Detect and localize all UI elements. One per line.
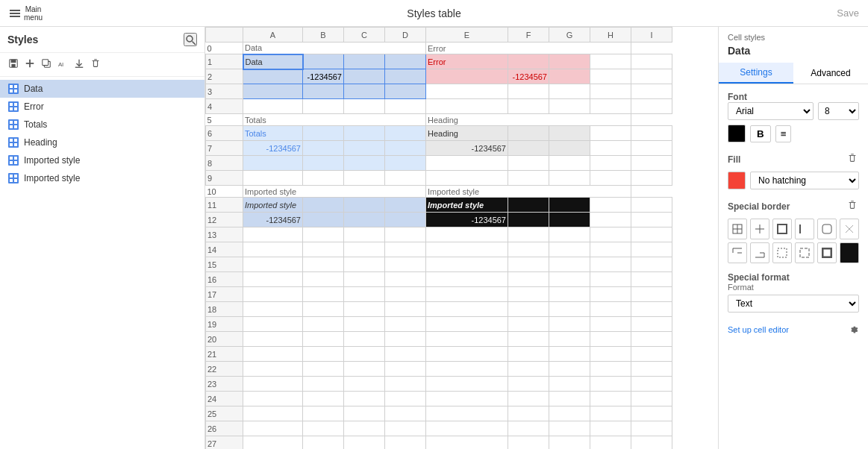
cell-8d[interactable] (385, 156, 426, 171)
copy-style-button[interactable] (39, 56, 54, 73)
cell-3c[interactable] (344, 84, 385, 99)
border-dotted-button[interactable] (772, 242, 792, 263)
cell-3d[interactable] (385, 84, 426, 99)
cell-8b[interactable] (303, 156, 344, 171)
cell-2c[interactable] (344, 69, 385, 84)
format-select[interactable]: Text (728, 295, 859, 313)
cell-7d[interactable] (385, 141, 426, 156)
border-none-button[interactable] (840, 219, 859, 239)
border-thick-button[interactable] (817, 242, 837, 263)
cell-11a[interactable]: Imported style (243, 198, 303, 213)
cell-9c[interactable] (344, 171, 385, 186)
cell-12a[interactable]: -1234567 (243, 213, 303, 227)
cell-7e[interactable]: -1234567 (426, 141, 508, 156)
cell-1i[interactable] (631, 54, 672, 69)
cell-12i[interactable] (631, 213, 672, 227)
align-button[interactable]: ≡ (775, 125, 792, 142)
border-topleft-button[interactable] (728, 242, 747, 263)
cell-12b[interactable] (303, 213, 344, 227)
cell-2g[interactable] (549, 69, 590, 84)
cell-3i[interactable] (631, 84, 672, 99)
cell-11b[interactable] (303, 198, 344, 213)
cell-7h[interactable] (590, 141, 631, 156)
cell-6e[interactable]: Heading (426, 126, 508, 141)
search-button[interactable] (184, 33, 197, 46)
cell-11i[interactable] (631, 198, 672, 213)
download-button[interactable] (72, 56, 87, 73)
cell-8c[interactable] (344, 156, 385, 171)
cell-1b[interactable] (303, 54, 344, 69)
cell-3a[interactable] (243, 84, 303, 99)
cell-1f[interactable] (508, 54, 549, 69)
cell-11d[interactable] (385, 198, 426, 213)
cell-2h[interactable] (590, 69, 631, 84)
fill-delete-button[interactable] (846, 151, 859, 167)
cell-6b[interactable] (303, 126, 344, 141)
cell-9a[interactable] (243, 171, 303, 186)
cell-8a[interactable] (243, 156, 303, 171)
cell-7i[interactable] (631, 141, 672, 156)
border-left-button[interactable] (795, 219, 814, 239)
cell-4e[interactable] (426, 99, 508, 114)
cell-8f[interactable] (508, 156, 549, 171)
border-inner-button[interactable] (750, 219, 769, 239)
cell-12g[interactable] (549, 213, 590, 227)
cell-11c[interactable] (344, 198, 385, 213)
border-all-button[interactable] (728, 219, 747, 239)
cell-4d[interactable] (385, 99, 426, 114)
save-style-button[interactable] (6, 56, 21, 73)
cell-4b[interactable] (303, 99, 344, 114)
cell-8g[interactable] (549, 156, 590, 171)
cell-9i[interactable] (631, 171, 672, 186)
cell-7b[interactable] (303, 141, 344, 156)
cell-12c[interactable] (344, 213, 385, 227)
cell-2i[interactable] (631, 69, 672, 84)
save-button[interactable]: Save (837, 7, 859, 19)
cell-7g[interactable] (549, 141, 590, 156)
cell-6a[interactable]: Totals (243, 126, 303, 141)
cell-11f[interactable] (508, 198, 549, 213)
cell-6c[interactable] (344, 126, 385, 141)
grid-scroll[interactable]: A B C D E F G H I (205, 27, 718, 449)
border-bottomright-button[interactable] (750, 242, 769, 263)
font-size-select[interactable]: 8 (818, 102, 859, 120)
cell-9h[interactable] (590, 171, 631, 186)
cell-4i[interactable] (631, 99, 672, 114)
cell-7c[interactable] (344, 141, 385, 156)
cell-11h[interactable] (590, 198, 631, 213)
bold-button[interactable]: B (750, 125, 771, 142)
border-filled-button[interactable] (840, 242, 859, 263)
cell-12d[interactable] (385, 213, 426, 227)
tab-advanced[interactable]: Advanced (793, 63, 868, 84)
cell-9f[interactable] (508, 171, 549, 186)
cell-6h[interactable] (590, 126, 631, 141)
add-style-button[interactable] (22, 56, 37, 73)
cell-6g[interactable] (549, 126, 590, 141)
cell-12h[interactable] (590, 213, 631, 227)
cell-9e[interactable] (426, 171, 508, 186)
cell-1g[interactable] (549, 54, 590, 69)
sidebar-item-heading[interactable]: Heading (0, 134, 204, 151)
cell-4h[interactable] (590, 99, 631, 114)
cell-12e[interactable]: -1234567 (426, 213, 508, 227)
cell-9g[interactable] (549, 171, 590, 186)
border-dashed-button[interactable] (795, 242, 814, 263)
cell-2d[interactable] (385, 69, 426, 84)
cell-6i[interactable] (631, 126, 672, 141)
fill-color-button[interactable] (728, 172, 746, 189)
cell-3e[interactable] (426, 84, 508, 99)
cell-12f[interactable] (508, 213, 549, 227)
hatching-select[interactable]: No hatching (750, 172, 859, 189)
cell-9d[interactable] (385, 171, 426, 186)
cell-4f[interactable] (508, 99, 549, 114)
border-round-button[interactable] (817, 219, 837, 239)
cell-2f[interactable]: -1234567 (508, 69, 549, 84)
cell-1h[interactable] (590, 54, 631, 69)
cell-3f[interactable] (508, 84, 549, 99)
border-outer-button[interactable] (772, 219, 792, 239)
font-color-swatch[interactable] (728, 125, 746, 142)
setup-cell-editor-row[interactable]: Set up cell editor (728, 321, 859, 338)
cell-8e[interactable] (426, 156, 508, 171)
cell-1a[interactable]: Data (243, 54, 303, 69)
sidebar-item-error[interactable]: Error (0, 98, 204, 116)
